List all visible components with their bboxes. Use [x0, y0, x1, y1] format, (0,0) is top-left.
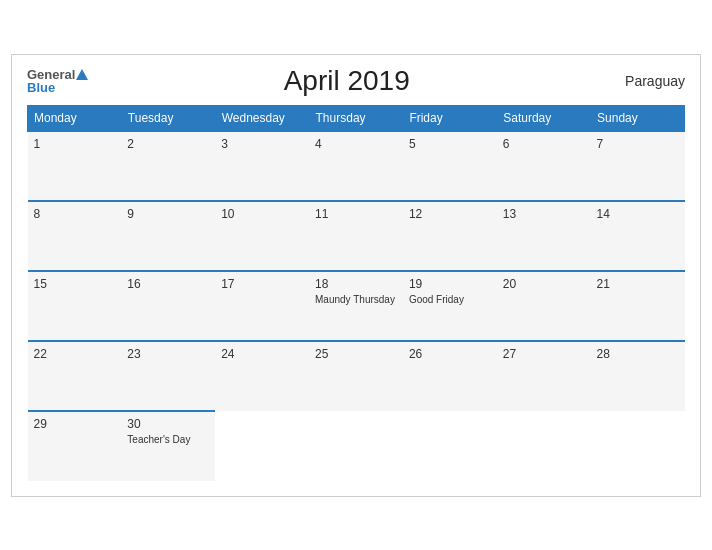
- day-number: 26: [409, 347, 491, 361]
- weekday-header-wednesday: Wednesday: [215, 105, 309, 131]
- day-cell: 6: [497, 131, 591, 201]
- weekday-header-sunday: Sunday: [591, 105, 685, 131]
- day-number: 25: [315, 347, 397, 361]
- day-cell: 1: [28, 131, 122, 201]
- day-cell: [309, 411, 403, 481]
- day-cell: 29: [28, 411, 122, 481]
- day-cell: 22: [28, 341, 122, 411]
- weekday-header-saturday: Saturday: [497, 105, 591, 131]
- day-cell: 26: [403, 341, 497, 411]
- day-cell: 7: [591, 131, 685, 201]
- day-cell: 30Teacher's Day: [121, 411, 215, 481]
- day-cell: 23: [121, 341, 215, 411]
- day-number: 23: [127, 347, 209, 361]
- day-cell: 25: [309, 341, 403, 411]
- day-cell: 5: [403, 131, 497, 201]
- day-number: 21: [597, 277, 679, 291]
- day-number: 3: [221, 137, 303, 151]
- day-cell: 17: [215, 271, 309, 341]
- day-cell: 28: [591, 341, 685, 411]
- day-cell: 27: [497, 341, 591, 411]
- day-number: 2: [127, 137, 209, 151]
- day-cell: 4: [309, 131, 403, 201]
- day-number: 7: [597, 137, 679, 151]
- day-cell: [497, 411, 591, 481]
- event-label: Good Friday: [409, 293, 491, 306]
- day-cell: 24: [215, 341, 309, 411]
- day-number: 11: [315, 207, 397, 221]
- weekday-header-tuesday: Tuesday: [121, 105, 215, 131]
- logo-triangle-icon: [76, 69, 88, 80]
- day-cell: 19Good Friday: [403, 271, 497, 341]
- day-number: 1: [34, 137, 116, 151]
- country-label: Paraguay: [605, 73, 685, 89]
- day-number: 5: [409, 137, 491, 151]
- day-number: 19: [409, 277, 491, 291]
- weekday-header-monday: Monday: [28, 105, 122, 131]
- day-number: 29: [34, 417, 116, 431]
- calendar-container: General Blue April 2019 Paraguay MondayT…: [11, 54, 701, 497]
- event-label: Maundy Thursday: [315, 293, 397, 306]
- day-number: 6: [503, 137, 585, 151]
- day-cell: 2: [121, 131, 215, 201]
- day-number: 16: [127, 277, 209, 291]
- week-row-4: 22232425262728: [28, 341, 685, 411]
- day-number: 17: [221, 277, 303, 291]
- day-number: 20: [503, 277, 585, 291]
- day-cell: 13: [497, 201, 591, 271]
- day-cell: [215, 411, 309, 481]
- day-cell: [591, 411, 685, 481]
- day-number: 28: [597, 347, 679, 361]
- day-number: 13: [503, 207, 585, 221]
- day-number: 30: [127, 417, 209, 431]
- day-number: 10: [221, 207, 303, 221]
- day-number: 18: [315, 277, 397, 291]
- day-cell: 18Maundy Thursday: [309, 271, 403, 341]
- day-cell: [403, 411, 497, 481]
- week-row-2: 891011121314: [28, 201, 685, 271]
- day-cell: 10: [215, 201, 309, 271]
- calendar-title: April 2019: [88, 65, 605, 97]
- day-cell: 3: [215, 131, 309, 201]
- day-cell: 14: [591, 201, 685, 271]
- day-number: 9: [127, 207, 209, 221]
- day-cell: 21: [591, 271, 685, 341]
- day-cell: 12: [403, 201, 497, 271]
- logo-blue-text: Blue: [27, 81, 88, 94]
- calendar-table: MondayTuesdayWednesdayThursdayFridaySatu…: [27, 105, 685, 481]
- day-cell: 11: [309, 201, 403, 271]
- day-number: 27: [503, 347, 585, 361]
- day-cell: 9: [121, 201, 215, 271]
- calendar-header: General Blue April 2019 Paraguay: [27, 65, 685, 97]
- weekday-header-friday: Friday: [403, 105, 497, 131]
- week-row-5: 2930Teacher's Day: [28, 411, 685, 481]
- event-label: Teacher's Day: [127, 433, 209, 446]
- day-number: 22: [34, 347, 116, 361]
- day-cell: 20: [497, 271, 591, 341]
- week-row-3: 15161718Maundy Thursday19Good Friday2021: [28, 271, 685, 341]
- logo: General Blue: [27, 68, 88, 94]
- day-number: 8: [34, 207, 116, 221]
- day-cell: 16: [121, 271, 215, 341]
- day-number: 12: [409, 207, 491, 221]
- day-number: 14: [597, 207, 679, 221]
- logo-general-text: General: [27, 68, 75, 81]
- day-number: 4: [315, 137, 397, 151]
- day-cell: 15: [28, 271, 122, 341]
- weekday-header-row: MondayTuesdayWednesdayThursdayFridaySatu…: [28, 105, 685, 131]
- day-number: 15: [34, 277, 116, 291]
- week-row-1: 1234567: [28, 131, 685, 201]
- day-number: 24: [221, 347, 303, 361]
- day-cell: 8: [28, 201, 122, 271]
- weekday-header-thursday: Thursday: [309, 105, 403, 131]
